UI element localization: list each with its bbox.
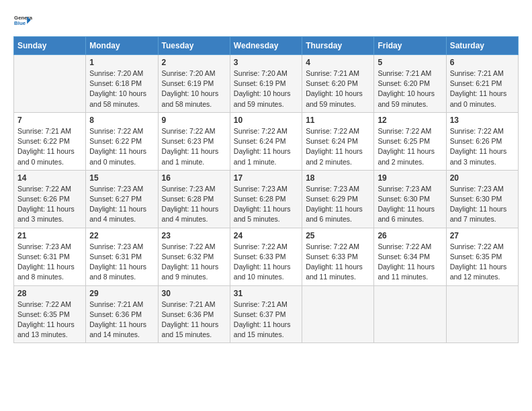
calendar-cell: 1Sunrise: 7:20 AM Sunset: 6:18 PM Daylig… <box>86 55 158 113</box>
day-number: 31 <box>234 289 298 298</box>
day-info: Sunrise: 7:22 AM Sunset: 6:34 PM Dayligh… <box>378 242 442 283</box>
day-info: Sunrise: 7:21 AM Sunset: 6:22 PM Dayligh… <box>17 126 82 167</box>
calendar-cell: 7Sunrise: 7:21 AM Sunset: 6:22 PM Daylig… <box>14 112 86 170</box>
calendar-cell: 21Sunrise: 7:23 AM Sunset: 6:31 PM Dayli… <box>14 228 86 285</box>
day-number: 15 <box>89 173 154 183</box>
day-number: 7 <box>17 116 82 125</box>
day-number: 28 <box>17 289 82 298</box>
calendar-cell: 17Sunrise: 7:23 AM Sunset: 6:28 PM Dayli… <box>230 170 302 228</box>
day-info: Sunrise: 7:21 AM Sunset: 6:20 PM Dayligh… <box>306 68 370 109</box>
calendar-cell <box>374 285 446 343</box>
calendar-cell: 8Sunrise: 7:22 AM Sunset: 6:22 PM Daylig… <box>86 112 158 170</box>
calendar-cell: 25Sunrise: 7:22 AM Sunset: 6:33 PM Dayli… <box>302 228 374 285</box>
day-info: Sunrise: 7:23 AM Sunset: 6:31 PM Dayligh… <box>17 242 82 283</box>
day-info: Sunrise: 7:20 AM Sunset: 6:18 PM Dayligh… <box>89 68 154 109</box>
calendar-cell: 14Sunrise: 7:22 AM Sunset: 6:26 PM Dayli… <box>14 170 86 228</box>
day-of-week-header: Friday <box>374 37 446 55</box>
svg-text:Blue: Blue <box>14 20 26 26</box>
calendar-cell: 2Sunrise: 7:20 AM Sunset: 6:19 PM Daylig… <box>158 55 230 113</box>
calendar-cell: 28Sunrise: 7:22 AM Sunset: 6:35 PM Dayli… <box>14 285 86 343</box>
calendar-week-row: 28Sunrise: 7:22 AM Sunset: 6:35 PM Dayli… <box>14 285 519 343</box>
day-info: Sunrise: 7:22 AM Sunset: 6:24 PM Dayligh… <box>234 126 298 167</box>
calendar-table: SundayMondayTuesdayWednesdayThursdayFrid… <box>13 36 519 343</box>
day-info: Sunrise: 7:21 AM Sunset: 6:21 PM Dayligh… <box>450 68 515 109</box>
day-info: Sunrise: 7:22 AM Sunset: 6:22 PM Dayligh… <box>89 126 154 167</box>
day-of-week-header: Monday <box>86 37 158 55</box>
calendar-week-row: 7Sunrise: 7:21 AM Sunset: 6:22 PM Daylig… <box>14 112 519 170</box>
day-number: 12 <box>378 116 442 125</box>
day-number: 2 <box>162 58 226 67</box>
header: GeneralBlue <box>13 11 519 30</box>
day-number: 24 <box>234 231 298 240</box>
day-info: Sunrise: 7:23 AM Sunset: 6:31 PM Dayligh… <box>89 242 154 283</box>
calendar-header: SundayMondayTuesdayWednesdayThursdayFrid… <box>14 37 519 55</box>
day-info: Sunrise: 7:22 AM Sunset: 6:26 PM Dayligh… <box>17 184 82 225</box>
day-number: 20 <box>450 173 515 183</box>
calendar-cell: 4Sunrise: 7:21 AM Sunset: 6:20 PM Daylig… <box>302 55 374 113</box>
day-info: Sunrise: 7:23 AM Sunset: 6:29 PM Dayligh… <box>306 184 370 225</box>
day-info: Sunrise: 7:21 AM Sunset: 6:36 PM Dayligh… <box>162 300 226 340</box>
calendar-cell: 16Sunrise: 7:23 AM Sunset: 6:28 PM Dayli… <box>158 170 230 228</box>
day-info: Sunrise: 7:23 AM Sunset: 6:28 PM Dayligh… <box>162 184 226 225</box>
day-info: Sunrise: 7:21 AM Sunset: 6:36 PM Dayligh… <box>89 300 154 340</box>
calendar-cell: 11Sunrise: 7:22 AM Sunset: 6:24 PM Dayli… <box>302 112 374 170</box>
calendar-cell: 22Sunrise: 7:23 AM Sunset: 6:31 PM Dayli… <box>86 228 158 285</box>
day-of-week-header: Tuesday <box>158 37 230 55</box>
day-number: 9 <box>162 116 226 125</box>
day-number: 14 <box>17 173 82 183</box>
day-number: 22 <box>89 231 154 240</box>
calendar-body: 1Sunrise: 7:20 AM Sunset: 6:18 PM Daylig… <box>14 55 519 343</box>
day-info: Sunrise: 7:22 AM Sunset: 6:33 PM Dayligh… <box>306 242 370 283</box>
day-number: 11 <box>306 116 370 125</box>
day-number: 18 <box>306 173 370 183</box>
day-info: Sunrise: 7:20 AM Sunset: 6:19 PM Dayligh… <box>162 68 226 109</box>
day-info: Sunrise: 7:23 AM Sunset: 6:30 PM Dayligh… <box>378 184 442 225</box>
day-number: 27 <box>450 231 515 240</box>
logo-icon: GeneralBlue <box>13 11 32 30</box>
calendar-cell: 26Sunrise: 7:22 AM Sunset: 6:34 PM Dayli… <box>374 228 446 285</box>
day-number: 16 <box>162 173 226 183</box>
day-info: Sunrise: 7:22 AM Sunset: 6:32 PM Dayligh… <box>162 242 226 283</box>
calendar-week-row: 1Sunrise: 7:20 AM Sunset: 6:18 PM Daylig… <box>14 55 519 113</box>
day-of-week-header: Thursday <box>302 37 374 55</box>
day-number: 26 <box>378 231 442 240</box>
day-info: Sunrise: 7:23 AM Sunset: 6:30 PM Dayligh… <box>450 184 515 225</box>
day-info: Sunrise: 7:22 AM Sunset: 6:24 PM Dayligh… <box>306 126 370 167</box>
calendar-cell: 18Sunrise: 7:23 AM Sunset: 6:29 PM Dayli… <box>302 170 374 228</box>
calendar-cell: 10Sunrise: 7:22 AM Sunset: 6:24 PM Dayli… <box>230 112 302 170</box>
logo: GeneralBlue <box>13 11 35 30</box>
day-info: Sunrise: 7:21 AM Sunset: 6:37 PM Dayligh… <box>234 300 298 340</box>
calendar-cell: 31Sunrise: 7:21 AM Sunset: 6:37 PM Dayli… <box>230 285 302 343</box>
day-number: 25 <box>306 231 370 240</box>
day-info: Sunrise: 7:22 AM Sunset: 6:35 PM Dayligh… <box>450 242 515 283</box>
day-info: Sunrise: 7:23 AM Sunset: 6:28 PM Dayligh… <box>234 184 298 225</box>
day-number: 21 <box>17 231 82 240</box>
calendar-cell: 15Sunrise: 7:23 AM Sunset: 6:27 PM Dayli… <box>86 170 158 228</box>
calendar-cell: 20Sunrise: 7:23 AM Sunset: 6:30 PM Dayli… <box>446 170 518 228</box>
calendar-cell: 19Sunrise: 7:23 AM Sunset: 6:30 PM Dayli… <box>374 170 446 228</box>
day-number: 1 <box>89 58 154 67</box>
day-number: 19 <box>378 173 442 183</box>
day-of-week-header: Wednesday <box>230 37 302 55</box>
calendar-cell: 27Sunrise: 7:22 AM Sunset: 6:35 PM Dayli… <box>446 228 518 285</box>
day-number: 6 <box>450 58 515 67</box>
day-info: Sunrise: 7:22 AM Sunset: 6:33 PM Dayligh… <box>234 242 298 283</box>
calendar-cell <box>446 285 518 343</box>
day-number: 8 <box>89 116 154 125</box>
calendar-week-row: 14Sunrise: 7:22 AM Sunset: 6:26 PM Dayli… <box>14 170 519 228</box>
calendar-cell: 3Sunrise: 7:20 AM Sunset: 6:19 PM Daylig… <box>230 55 302 113</box>
day-number: 5 <box>378 58 442 67</box>
day-number: 29 <box>89 289 154 298</box>
day-number: 13 <box>450 116 515 125</box>
day-number: 30 <box>162 289 226 298</box>
calendar-cell: 12Sunrise: 7:22 AM Sunset: 6:25 PM Dayli… <box>374 112 446 170</box>
day-number: 3 <box>234 58 298 67</box>
calendar-cell <box>14 55 86 113</box>
day-number: 23 <box>162 231 226 240</box>
day-number: 10 <box>234 116 298 125</box>
calendar-cell: 9Sunrise: 7:22 AM Sunset: 6:23 PM Daylig… <box>158 112 230 170</box>
day-info: Sunrise: 7:22 AM Sunset: 6:23 PM Dayligh… <box>162 126 226 167</box>
calendar-cell: 23Sunrise: 7:22 AM Sunset: 6:32 PM Dayli… <box>158 228 230 285</box>
calendar-cell <box>302 285 374 343</box>
day-info: Sunrise: 7:21 AM Sunset: 6:20 PM Dayligh… <box>378 68 442 109</box>
